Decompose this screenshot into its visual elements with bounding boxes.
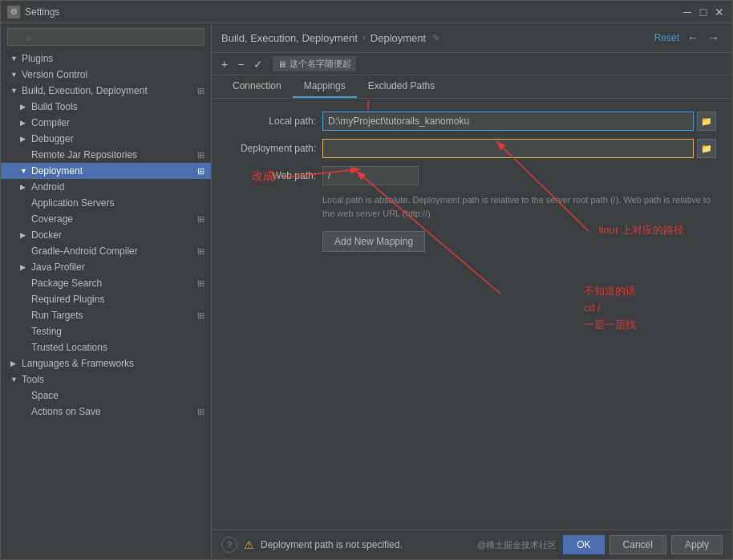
sidebar-item-trusted-locations[interactable]: ▶ Trusted Locations	[1, 339, 211, 355]
sidebar-item-label: Tools	[22, 374, 44, 385]
sidebar-item-docker[interactable]: ▶ Docker	[1, 227, 211, 243]
sidebar-item-label: Deployment	[31, 165, 83, 177]
add-new-mapping-button[interactable]: Add New Mapping	[322, 231, 425, 252]
sidebar-item-label: Remote Jar Repositories	[31, 149, 137, 160]
mapping-item[interactable]: 🖥 这个名字随便起	[273, 56, 356, 71]
sidebar-item-build-tools[interactable]: ▶ Build Tools	[1, 99, 211, 115]
annotation-unknown: 不知道的话cd /一层一层找	[584, 283, 636, 333]
sidebar-item-required-plugins[interactable]: ▶ Required Plugins	[1, 291, 211, 307]
nav-arrows: ← →	[684, 30, 723, 46]
remove-mapping-button[interactable]: −	[234, 57, 247, 71]
sidebar-item-android[interactable]: ▶ Android	[1, 179, 211, 195]
sidebar-item-label: Plugins	[22, 53, 53, 64]
local-path-browse-button[interactable]: 📁	[697, 112, 716, 131]
chevron-icon: ▶	[20, 183, 28, 191]
deployment-icon: ⊞	[197, 166, 205, 177]
sidebar-item-tools[interactable]: ▼ Tools	[1, 371, 211, 388]
deployment-path-input[interactable]	[322, 139, 694, 158]
sidebar-item-label: Required Plugins	[31, 294, 104, 305]
mapping-toolbar: + − ✓ 🖥 这个名字随便起	[212, 53, 732, 75]
sidebar-item-coverage[interactable]: ▶ Coverage ⊞	[1, 211, 211, 227]
sync-icon6: ⊞	[197, 310, 205, 321]
sidebar-item-build-execution[interactable]: ▼ Build, Execution, Deployment ⊞	[1, 83, 211, 99]
sidebar-item-label: Package Search	[31, 278, 102, 289]
web-path-input[interactable]	[322, 166, 419, 185]
sidebar-item-gradle[interactable]: ▶ Gradle-Android Compiler ⊞	[1, 243, 211, 259]
help-button[interactable]: ?	[221, 537, 237, 553]
sidebar-item-label: Languages & Frameworks	[22, 358, 134, 369]
check-mapping-button[interactable]: ✓	[250, 57, 266, 71]
chevron-icon: ▶	[20, 263, 28, 271]
app-icon: ⚙	[7, 6, 20, 18]
chevron-icon: ▼	[10, 55, 18, 63]
sync-icon5: ⊞	[197, 278, 205, 289]
sidebar-item-actions-on-save[interactable]: ▶ Actions on Save ⊞	[1, 404, 211, 420]
chevron-icon: ▶	[10, 359, 18, 367]
local-path-label: Local path:	[228, 116, 316, 127]
content-area: ⌕ ▼ Plugins ▼ Version Control ▼	[1, 23, 732, 559]
sidebar-item-space[interactable]: ▶ Space	[1, 388, 211, 404]
mapping-item-icon: 🖥	[277, 59, 286, 69]
sidebar-item-label: Build, Execution, Deployment	[22, 85, 148, 96]
minimize-button[interactable]: ─	[681, 6, 694, 18]
sync-icon7: ⊞	[197, 407, 205, 417]
sidebar-item-package-search[interactable]: ▶ Package Search ⊞	[1, 275, 211, 291]
sidebar-item-label: Gradle-Android Compiler	[31, 246, 138, 257]
folder-icon2: 📁	[701, 144, 712, 154]
window-controls: ─ □ ✕	[681, 6, 726, 18]
cancel-button[interactable]: Cancel	[609, 535, 666, 554]
apply-button[interactable]: Apply	[671, 535, 723, 554]
sidebar-item-deployment[interactable]: ▼ Deployment ⊞	[1, 163, 211, 179]
chevron-icon: ▶	[20, 231, 28, 239]
window-title: Settings	[25, 6, 681, 18]
deployment-path-label: Deployment path:	[228, 143, 316, 154]
search-wrapper: ⌕	[7, 28, 205, 46]
maximize-button[interactable]: □	[697, 6, 710, 18]
deployment-path-browse-button[interactable]: 📁	[697, 139, 716, 158]
titlebar: ⚙ Settings ─ □ ✕	[1, 1, 732, 23]
local-path-input[interactable]	[322, 112, 694, 131]
close-button[interactable]: ✕	[713, 6, 726, 18]
chevron-icon: ▼	[10, 87, 18, 95]
sync-icon2: ⊞	[197, 150, 205, 160]
action-buttons: OK Cancel Apply	[563, 535, 723, 554]
tab-connection[interactable]: Connection	[221, 75, 293, 98]
sidebar-item-plugins[interactable]: ▼ Plugins	[1, 51, 211, 67]
reset-button[interactable]: Reset	[654, 32, 679, 43]
web-path-row: Web path:	[228, 166, 716, 185]
sidebar-item-languages[interactable]: ▶ Languages & Frameworks	[1, 355, 211, 371]
mapping-item-name: 这个名字随便起	[290, 58, 351, 70]
annotation-linur: linur 上对应的路径	[599, 223, 684, 237]
breadcrumb-path: Build, Execution, Deployment	[221, 32, 358, 44]
sidebar-item-app-servers[interactable]: ▶ Application Servers	[1, 195, 211, 211]
breadcrumb-current: Deployment	[371, 32, 426, 44]
sync-icon3: ⊞	[197, 214, 205, 225]
sidebar-item-debugger[interactable]: ▶ Debugger	[1, 131, 211, 147]
warning-text: Deployment path is not specified.	[261, 539, 471, 550]
sidebar-item-remote-jar[interactable]: ▶ Remote Jar Repositories ⊞	[1, 147, 211, 163]
breadcrumb-arrow: ›	[362, 32, 366, 43]
deployment-path-row: Deployment path: 📁	[228, 139, 716, 158]
web-path-label: Web path:	[228, 170, 316, 181]
ok-button[interactable]: OK	[563, 535, 604, 554]
bottom-bar: ? ⚠ Deployment path is not specified. @稀…	[212, 530, 732, 559]
panel-content: Local path: 📁 Deployment path: 📁	[212, 99, 732, 530]
sidebar-item-java-profiler[interactable]: ▶ Java Profiler	[1, 259, 211, 275]
search-input[interactable]	[7, 28, 205, 46]
sidebar-item-run-targets[interactable]: ▶ Run Targets ⊞	[1, 307, 211, 323]
back-button[interactable]: ←	[684, 30, 702, 46]
path-note: Local path is absolute. Deployment path …	[322, 193, 716, 220]
chevron-icon: ▶	[20, 103, 28, 111]
sidebar-item-label: Android	[31, 181, 64, 193]
sidebar-item-version-control[interactable]: ▼ Version Control	[1, 67, 211, 83]
chevron-icon: ▼	[10, 71, 18, 79]
sidebar-item-compiler[interactable]: ▶ Compiler	[1, 115, 211, 131]
forward-button[interactable]: →	[705, 30, 723, 46]
sidebar-item-testing[interactable]: ▶ Testing	[1, 323, 211, 339]
watermark: @稀土掘金技术社区	[477, 539, 557, 551]
folder-icon: 📁	[701, 116, 712, 127]
tab-mappings[interactable]: Mappings	[293, 75, 357, 98]
add-mapping-toolbar-button[interactable]: +	[218, 57, 231, 71]
main-panel: Build, Execution, Deployment › Deploymen…	[212, 23, 732, 559]
tab-excluded-paths[interactable]: Excluded Paths	[357, 75, 446, 98]
